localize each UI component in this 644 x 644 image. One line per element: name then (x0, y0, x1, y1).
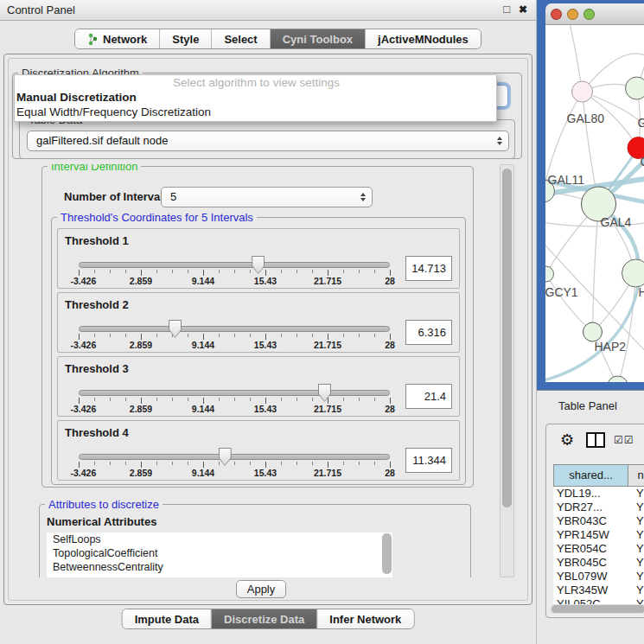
slider-track[interactable] (79, 262, 390, 268)
tab-select[interactable]: Select (212, 29, 270, 48)
node-right[interactable] (622, 259, 644, 287)
cell-name[interactable]: YBL0 (628, 570, 644, 583)
slider-track[interactable] (79, 326, 390, 332)
threshold-value-field[interactable]: 21.4 (405, 384, 452, 409)
scale-tick-label: 2.859 (130, 276, 152, 286)
table-row[interactable]: YBR043CYBR0 (553, 514, 644, 528)
table-data-group: Table Data galFiltered.sif default node (19, 119, 515, 159)
threshold-value-field[interactable]: 11.344 (405, 448, 452, 473)
table-row[interactable]: YPR145WYPR1 (553, 528, 644, 542)
cell-shared-name[interactable]: YBL079W (553, 570, 628, 583)
column-header-shared-name[interactable]: shared... (553, 464, 628, 487)
cell-shared-name[interactable]: YBR045C (553, 556, 628, 570)
algorithm-option-equal-width-frequency-discretization[interactable]: Equal Width/Frequency Discretization (15, 105, 496, 119)
tab-impute-data[interactable]: Impute Data (123, 609, 212, 628)
node-label-gal4: GAL4 (601, 215, 632, 229)
minimize-traffic-light[interactable] (567, 9, 578, 20)
zoom-traffic-light[interactable] (583, 9, 595, 20)
network-edge (546, 274, 593, 332)
algorithm-option-manual-discretization[interactable]: Manual Discretization (15, 90, 496, 105)
scale-tick-label: -3.426 (70, 340, 96, 350)
cell-name[interactable]: YER0 (628, 542, 644, 556)
table-row[interactable]: YBR045CYBR0 (553, 556, 644, 570)
attributes-list-scrollbar[interactable] (382, 533, 392, 574)
numerical-attributes-list[interactable]: SelfLoopsTopologicalCoefficientBetweenne… (47, 532, 392, 577)
tab-discretize-data[interactable]: Discretize Data (212, 609, 317, 628)
threshold-value-field[interactable]: 14.713 (405, 256, 452, 281)
tab-infer-network[interactable]: Infer Network (317, 609, 413, 628)
node-gcy1[interactable] (545, 266, 554, 282)
table-row[interactable]: YDL19...YDL1 (553, 487, 644, 501)
table-row[interactable]: YBL079WYBL0 (553, 570, 644, 583)
threshold-panel-4: Threshold 4-3.4262.8599.14415.4321.71528… (57, 420, 460, 481)
slider-track[interactable] (79, 390, 390, 396)
tab-label: Impute Data (135, 613, 199, 626)
cell-shared-name[interactable]: YER054C (553, 542, 628, 556)
cell-name[interactable]: YIL0 (628, 597, 644, 604)
network-edge (593, 204, 599, 332)
settings-scrollbar-track[interactable] (500, 164, 514, 577)
settings-scrollbar-thumb[interactable] (502, 169, 512, 507)
scale-tick-label: 15.43 (254, 468, 277, 478)
numerical-attributes-label: Numerical Attributes (47, 515, 156, 528)
table-row[interactable]: YIL052CYIL0 (553, 597, 644, 604)
table-row[interactable]: YDR27...YDR2 (553, 501, 644, 514)
slider-ticks (79, 334, 391, 340)
table-panel-title: Table Panel (558, 399, 617, 412)
tab-network[interactable]: Network (75, 29, 160, 48)
node-label-h: H (639, 285, 644, 299)
cell-shared-name[interactable]: YIL052C (553, 597, 628, 604)
apply-button[interactable]: Apply (236, 580, 286, 598)
node-label-gcy1: GCY1 (545, 285, 578, 299)
table-panel-frame: ⚙ ☑☑ shared... na YDL19...YDL1YDR27...YD… (545, 424, 644, 618)
number-of-intervals-value: 5 (170, 190, 176, 203)
float-window-icon[interactable]: □ (503, 3, 510, 16)
thresholds-group-title: Threshold's Coordinates for 5 Intervals (57, 211, 257, 224)
scale-tick-label: 21.715 (314, 276, 341, 286)
node-upper-right[interactable] (626, 77, 644, 99)
cell-name[interactable]: YPR1 (628, 528, 644, 542)
table-hscrollbar-track[interactable] (550, 604, 644, 614)
number-of-intervals-select[interactable]: 5 (161, 187, 373, 207)
cell-shared-name[interactable]: YDL19... (553, 487, 628, 501)
network-canvas[interactable]: GAL80GACGAL11GAL4GCY1HHAP2 (545, 25, 644, 382)
scale-tick-label: 28 (385, 404, 395, 414)
attribute-item-betweennesscentrality[interactable]: BetweennessCentrality (47, 560, 392, 574)
close-window-icon[interactable]: ✖ (519, 3, 527, 16)
node-table-header: shared... na (553, 464, 644, 487)
control-panel-tabs: NetworkStyleSelectCyni ToolboxjActiveMNo… (74, 29, 481, 49)
tab-style[interactable]: Style (160, 29, 212, 48)
attribute-item-selfloops[interactable]: SelfLoops (47, 532, 392, 546)
node-bottom[interactable] (608, 376, 628, 382)
cell-name[interactable]: YBR0 (628, 556, 644, 570)
tab-jactivemnodules[interactable]: jActiveMNodules (366, 29, 481, 48)
table-data-select[interactable]: galFiltered.sif default node (27, 131, 509, 151)
scale-tick-label: 21.715 (314, 340, 341, 350)
table-hscrollbar-thumb[interactable] (552, 605, 644, 613)
cell-name[interactable]: YLR3 (628, 583, 644, 597)
column-header-name[interactable]: na (628, 464, 644, 487)
tab-cyni-toolbox[interactable]: Cyni Toolbox (271, 29, 366, 48)
cell-name[interactable]: YBR0 (628, 514, 644, 528)
cell-shared-name[interactable]: YPR145W (553, 528, 628, 542)
checkboxes-icon[interactable]: ☑☑ (614, 434, 634, 446)
number-of-intervals-label: Number of Intervals (64, 190, 169, 203)
cell-shared-name[interactable]: YBR043C (553, 514, 628, 528)
table-row[interactable]: YER054CYER0 (553, 542, 644, 556)
table-row[interactable]: YLR345WYLR3 (553, 583, 644, 597)
slider-track[interactable] (79, 454, 390, 460)
close-traffic-light[interactable] (551, 9, 562, 20)
attribute-item-topologicalcoefficient[interactable]: TopologicalCoefficient (47, 546, 392, 560)
attributes-group: Attributes to discretize Numerical Attri… (39, 504, 471, 577)
scale-tick-label: 9.144 (192, 276, 214, 286)
cell-name[interactable]: YDL1 (628, 487, 644, 501)
gear-icon[interactable]: ⚙ (560, 430, 574, 450)
threshold-label: Threshold 2 (65, 298, 129, 311)
cell-name[interactable]: YDR2 (628, 501, 644, 514)
cell-shared-name[interactable]: YDR27... (553, 501, 628, 514)
cell-shared-name[interactable]: YLR345W (553, 583, 628, 597)
node-gal80[interactable] (572, 81, 593, 102)
node-hap2[interactable] (583, 322, 603, 341)
threshold-value-field[interactable]: 6.316 (405, 320, 452, 345)
columns-icon[interactable] (586, 432, 605, 450)
